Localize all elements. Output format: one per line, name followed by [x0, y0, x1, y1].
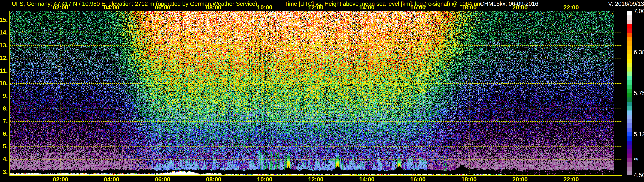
colorbar-band: [627, 20, 632, 24]
colorbar-band: [627, 24, 632, 28]
x-tick-label: 18:00: [457, 4, 481, 11]
x-tick-label: 02:00: [49, 176, 72, 182]
colorbar-band: [627, 28, 632, 33]
y-tick-label: 8.: [3, 105, 8, 112]
bottom-time-axis: 02:0004:0006:0008:0010:0012:0014:0016:00…: [0, 176, 644, 182]
ceilometer-quicklook: UFS, Germany; 47.417 N / 10.980 E; eleva…: [0, 0, 644, 182]
heatmap-canvas: [10, 11, 622, 175]
y-tick-label: 12.: [0, 55, 8, 61]
colorbar-tick-label: 4.50: [634, 172, 644, 179]
height-axis: 15.14.13.12.11.10.9.8.7.6.5.4.3.: [0, 0, 8, 182]
y-tick-label: 9.: [3, 92, 8, 99]
x-tick-label: 10:00: [253, 176, 276, 182]
colorbar-band: [627, 145, 632, 149]
colorbar-band: [627, 158, 632, 162]
x-tick-label: 12:00: [304, 4, 328, 11]
colorbar-band: [627, 115, 632, 119]
colorbar-band: [627, 102, 632, 106]
colorbar-band: [627, 171, 632, 175]
y-tick-label: 6.: [3, 130, 8, 137]
x-tick-label: 20:00: [508, 4, 532, 11]
colorbar-band: [627, 123, 632, 128]
x-tick-label: 14:00: [355, 4, 379, 11]
colorbar-band: [627, 15, 632, 20]
colorbar-band: [627, 106, 632, 110]
x-tick-label: 18:00: [457, 176, 481, 182]
colorbar-band: [627, 136, 632, 141]
colorbar-band: [627, 89, 632, 93]
y-tick-label: 4.: [3, 156, 8, 163]
colorbar-band: [627, 72, 632, 76]
x-tick-label: 16:00: [406, 4, 430, 11]
colorbar-band: [627, 119, 632, 123]
colorbar-band: [627, 149, 632, 154]
x-tick-label: 08:00: [202, 4, 226, 11]
x-tick-label: 22:00: [559, 176, 583, 182]
colorbar-band: [627, 33, 632, 37]
colorbar-band: [627, 37, 632, 41]
colorbar-band: [627, 67, 632, 72]
x-tick-label: 06:00: [151, 4, 174, 11]
colorbar-band: [627, 54, 632, 59]
colorbar-band: [627, 97, 632, 102]
colorbar-band: [627, 63, 632, 67]
x-tick-label: 16:00: [406, 176, 430, 182]
colorbar-band: [627, 76, 632, 80]
x-tick-label: 20:00: [508, 176, 532, 182]
colorbar-band: [627, 110, 632, 115]
colorbar-band: [627, 59, 632, 63]
x-tick-label: 04:00: [100, 4, 124, 11]
x-tick-label: 22:00: [559, 4, 583, 11]
x-tick-label: 14:00: [355, 176, 379, 182]
colorbar-band: [627, 11, 632, 15]
colorbar-tick-label: 5.12: [634, 131, 644, 138]
colorbar-tick-label: 5.75: [634, 90, 644, 96]
colorbar-band: [627, 128, 632, 132]
x-tick-label: 08:00: [202, 176, 226, 182]
y-tick-label: 14.: [0, 29, 8, 36]
colorbar-tick-label: 7.00: [634, 8, 644, 14]
y-tick-label: 5.: [3, 143, 8, 150]
x-tick-label: 02:00: [49, 4, 72, 11]
colorbar-band: [627, 80, 632, 85]
y-tick-label: 3.: [3, 169, 8, 175]
y-tick-label: 15.: [0, 16, 8, 23]
colorbar-band: [627, 154, 632, 158]
colorbar-band: [627, 162, 632, 166]
y-tick-label: 13.: [0, 42, 8, 49]
colorbar: [627, 11, 632, 175]
colorbar-band: [627, 85, 632, 89]
top-time-axis: 02:0004:0006:0008:0010:0012:0014:0016:00…: [0, 4, 644, 10]
colorbar-band: [627, 132, 632, 136]
x-tick-label: 12:00: [304, 176, 328, 182]
colorbar-band: [627, 46, 632, 50]
colorbar-band: [627, 141, 632, 145]
x-tick-label: 04:00: [100, 176, 124, 182]
colorbar-band: [627, 93, 632, 97]
x-tick-label: 10:00: [253, 4, 276, 11]
colorbar-band: [627, 50, 632, 54]
y-tick-label: 7.: [3, 118, 8, 125]
colorbar-note: eq: [634, 157, 638, 161]
colorbar-band: [627, 41, 632, 46]
colorbar-tick-label: 6.38: [634, 49, 644, 56]
colorbar-band: [627, 167, 632, 171]
x-tick-label: 06:00: [151, 176, 174, 182]
y-tick-label: 10.: [0, 80, 8, 87]
y-tick-label: 11.: [0, 67, 8, 74]
